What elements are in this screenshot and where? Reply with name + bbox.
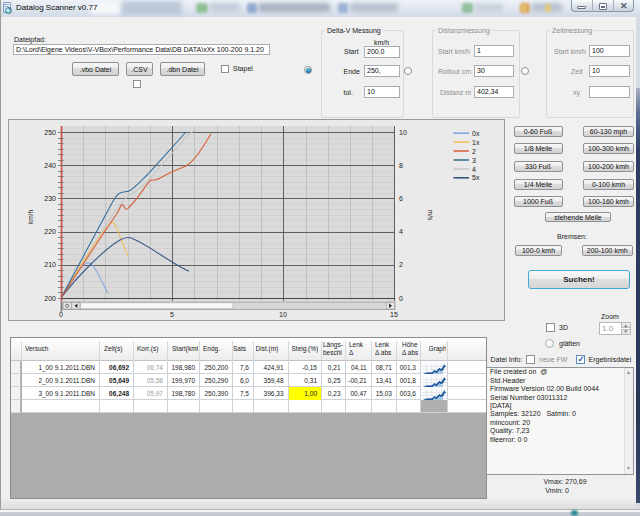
svg-text:8: 8 — [399, 162, 403, 169]
svg-text:6: 6 — [399, 195, 403, 202]
svg-text:230: 230 — [44, 195, 56, 202]
svg-text:250: 250 — [44, 129, 56, 136]
svg-text:5x: 5x — [472, 174, 480, 181]
svg-text:0: 0 — [59, 311, 63, 318]
svg-text:210: 210 — [44, 261, 56, 268]
svg-text:0x: 0x — [472, 130, 480, 137]
svg-text:4: 4 — [399, 228, 403, 235]
svg-text:5: 5 — [170, 311, 174, 318]
svg-text:km/h: km/h — [27, 210, 34, 224]
svg-text:3: 3 — [472, 157, 476, 164]
svg-text:10: 10 — [399, 129, 407, 136]
svg-text:220: 220 — [44, 228, 56, 235]
svg-text:m/s: m/s — [427, 210, 434, 221]
svg-text:2: 2 — [399, 261, 403, 268]
svg-text:200: 200 — [44, 295, 56, 302]
svg-text:240: 240 — [44, 162, 56, 169]
svg-text:10: 10 — [279, 311, 287, 318]
svg-text:2: 2 — [472, 148, 476, 155]
svg-text:15: 15 — [390, 311, 398, 318]
svg-text:0: 0 — [399, 295, 403, 302]
svg-text:4: 4 — [472, 166, 476, 173]
svg-text:1x: 1x — [472, 139, 480, 146]
